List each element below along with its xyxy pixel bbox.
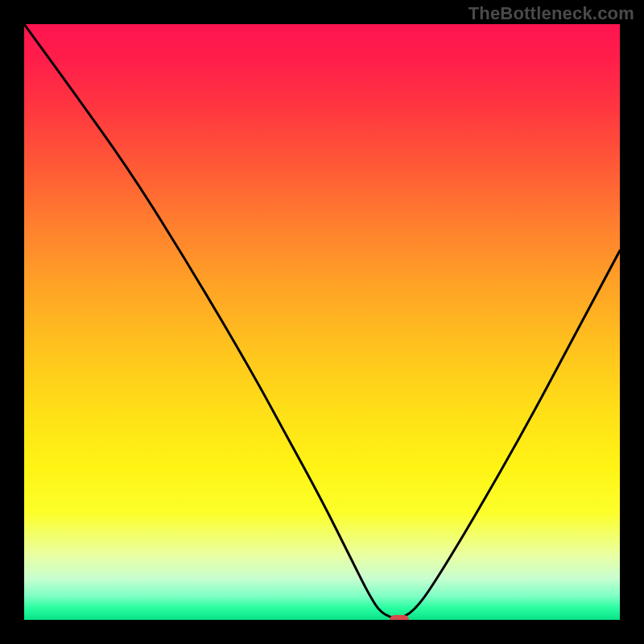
watermark-text: TheBottleneck.com [469, 3, 634, 24]
chart-frame: TheBottleneck.com [0, 0, 644, 644]
curve-path [24, 24, 620, 618]
optimal-point-marker [390, 615, 409, 620]
bottleneck-curve [24, 24, 620, 620]
plot-area [24, 24, 620, 620]
